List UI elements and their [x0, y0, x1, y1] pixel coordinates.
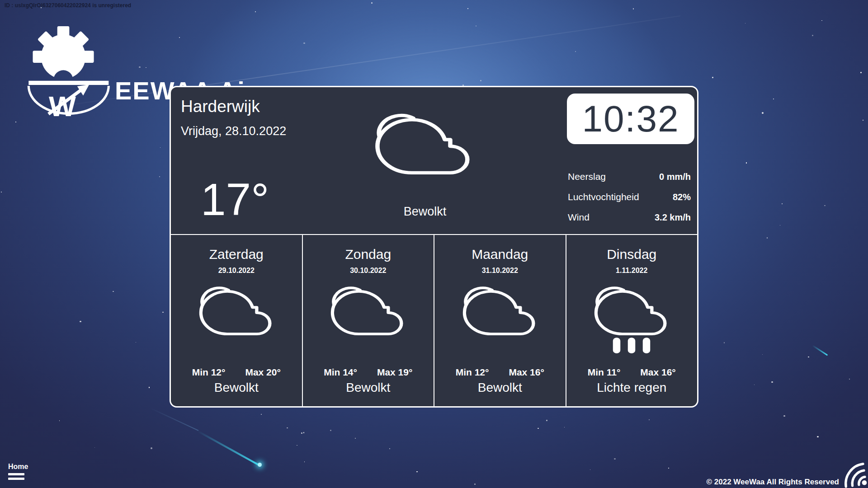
stat-row-wind: Wind 3.2 km/h [568, 212, 691, 223]
forecast-minmax: Min 14° Max 19° [303, 367, 434, 378]
stat-label: Wind [568, 212, 590, 223]
star [146, 67, 146, 68]
app-logo: W EEWAA Ai [26, 25, 119, 127]
star [371, 2, 373, 4]
star [767, 237, 768, 238]
star [668, 468, 670, 469]
forecast-condition: Lichte regen [566, 380, 698, 395]
star [255, 11, 256, 12]
forecast-section: Zaterdag 29.10.2022 Min 12° Max 20° Bewo… [171, 234, 697, 406]
star [159, 176, 160, 177]
min-temp: Min 11° [588, 367, 621, 378]
stat-label: Neerslag [568, 171, 606, 182]
star [303, 42, 305, 44]
forecast-day: Dinsdag [566, 247, 698, 262]
star [780, 225, 780, 225]
current-temperature: 17° [201, 177, 269, 222]
star [149, 387, 150, 388]
forecast-date: 31.10.2022 [434, 267, 566, 275]
star [762, 112, 764, 114]
stat-value: 0 mm/h [659, 172, 691, 182]
star [160, 147, 160, 148]
star [301, 432, 302, 434]
max-temp: Max 16° [640, 367, 675, 378]
min-temp: Min 14° [324, 367, 357, 378]
forecast-date: 1.11.2022 [566, 267, 698, 275]
weather-stats: Neerslag 0 mm/h Luchtvochtigheid 82% Win… [568, 171, 691, 232]
star [590, 469, 590, 470]
star [821, 20, 822, 21]
gear-w-arrow-icon: W [26, 25, 119, 125]
star [649, 419, 650, 420]
star [1, 192, 2, 192]
star [538, 428, 538, 429]
star [330, 430, 331, 431]
forecast-day: Maandag [434, 247, 566, 262]
forecast-column: Maandag 31.10.2022 Min 12° Max 16° Bewol… [434, 235, 566, 406]
star [754, 385, 755, 385]
stat-row-precipitation: Neerslag 0 mm/h [568, 171, 691, 182]
forecast-minmax: Min 11° Max 16° [566, 367, 698, 378]
star [113, 291, 113, 292]
star [355, 438, 356, 439]
star [724, 342, 725, 343]
forecast-column: Zaterdag 29.10.2022 Min 12° Max 20° Bewo… [171, 235, 302, 406]
star [480, 80, 481, 81]
hamburger-icon [8, 478, 24, 480]
cloudy-icon [331, 286, 406, 353]
weather-card: Harderwijk Vrijdag, 28.10.2022 17° Bewol… [170, 86, 698, 408]
star [476, 26, 476, 26]
star [304, 461, 305, 462]
star [15, 122, 16, 122]
forecast-date: 30.10.2022 [303, 267, 434, 275]
star [746, 162, 747, 163]
forecast-column: Zondag 30.10.2022 Min 14° Max 19° Bewolk… [302, 235, 434, 406]
min-temp: Min 12° [192, 367, 226, 378]
star [474, 483, 476, 485]
current-date: Vrijdag, 28.10.2022 [181, 124, 286, 138]
star [773, 99, 774, 99]
star [575, 51, 576, 52]
star [863, 120, 864, 121]
forecast-day: Zondag [303, 247, 434, 262]
current-weather-section: Harderwijk Vrijdag, 28.10.2022 17° Bewol… [171, 87, 697, 234]
star [546, 420, 547, 421]
copyright-text: © 2022 WeeWaa All Rights Reserved [707, 478, 839, 487]
stat-value: 3.2 km/h [655, 212, 691, 223]
registration-id-text: ID : uslxgQIrOl6327060422022924 is unreg… [5, 2, 131, 9]
star [782, 203, 783, 204]
max-temp: Max 20° [245, 367, 280, 378]
current-condition: Bewolkt [348, 205, 502, 219]
star [94, 447, 95, 448]
city-name: Harderwijk [181, 97, 260, 116]
star [633, 8, 634, 9]
star [287, 427, 288, 428]
star [817, 436, 819, 438]
clock: 10:32 [567, 94, 694, 144]
star [564, 427, 565, 427]
star [59, 420, 60, 421]
hamburger-icon [8, 473, 24, 475]
forecast-column: Dinsdag 1.11.2022 Min 11° Max 16° Lichte… [566, 235, 698, 406]
star [416, 471, 417, 472]
star [745, 23, 745, 23]
star [467, 8, 468, 9]
star [389, 448, 390, 449]
comet-head [258, 463, 262, 467]
star [762, 354, 763, 355]
forecast-minmax: Min 12° Max 20° [171, 367, 302, 378]
forecast-date: 29.10.2022 [171, 267, 302, 275]
star [179, 37, 180, 38]
star [614, 458, 616, 460]
forecast-condition: Bewolkt [434, 380, 566, 395]
star [860, 72, 862, 73]
light-rain-icon [594, 286, 669, 353]
stat-label: Luchtvochtigheid [568, 192, 639, 202]
star [151, 447, 152, 449]
forecast-condition: Bewolkt [303, 380, 434, 395]
star [297, 445, 297, 446]
star [80, 321, 81, 323]
star [136, 342, 137, 343]
max-temp: Max 16° [509, 367, 544, 378]
home-button[interactable]: Home [8, 463, 28, 480]
